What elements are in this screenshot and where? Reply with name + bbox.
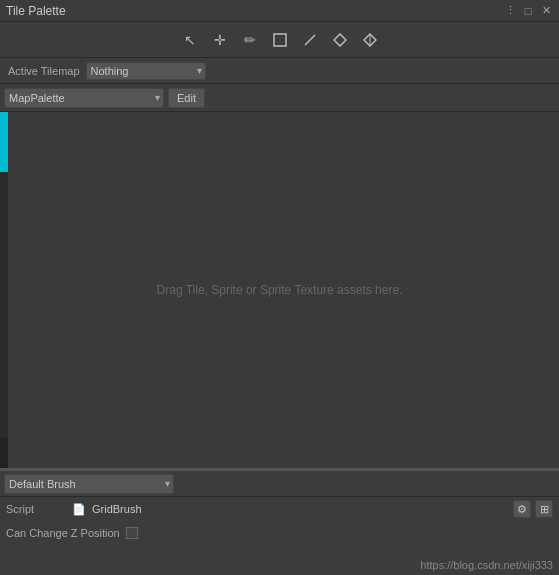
url-watermark: https://blog.csdn.net/xiji333: [420, 559, 553, 571]
script-row: Script 📄 GridBrush ⚙ ⊞: [0, 497, 559, 521]
script-label: Script: [6, 503, 66, 515]
title-bar-text: Tile Palette: [6, 4, 66, 18]
title-bar-menu-btn[interactable]: ⋮: [503, 4, 517, 18]
settings-icon[interactable]: ⊞: [535, 500, 553, 518]
title-bar: Tile Palette ⋮ □ ✕: [0, 0, 559, 22]
tool-rect[interactable]: [266, 26, 294, 54]
map-palette-row: MapPalette Edit: [0, 84, 559, 112]
active-tilemap-select-wrapper: Nothing: [86, 62, 206, 80]
tool-paint[interactable]: ✏: [236, 26, 264, 54]
svg-marker-2: [334, 34, 346, 46]
can-change-z-row: Can Change Z Position: [0, 521, 559, 545]
svg-line-1: [305, 35, 315, 45]
map-palette-select-wrap: MapPalette: [4, 88, 164, 108]
strip-dark: [0, 172, 8, 438]
can-change-z-checkbox[interactable]: [126, 527, 138, 539]
canvas-area[interactable]: Drag Tile, Sprite or Sprite Texture asse…: [0, 112, 559, 470]
brush-select[interactable]: Default Brush: [4, 474, 174, 494]
active-tilemap-row: Active Tilemap Nothing: [0, 58, 559, 84]
canvas-placeholder: Drag Tile, Sprite or Sprite Texture asse…: [157, 283, 403, 297]
watermark-url: https://blog.csdn.net/xiji333: [420, 559, 553, 571]
gear-icon[interactable]: ⚙: [513, 500, 531, 518]
title-bar-maximize-btn[interactable]: □: [521, 4, 535, 18]
brush-section: Default Brush Script 📄 GridBrush ⚙ ⊞ Can…: [0, 470, 559, 545]
title-bar-close-btn[interactable]: ✕: [539, 4, 553, 18]
strip-cyan: [0, 112, 8, 172]
brush-select-wrap: Default Brush: [4, 474, 174, 494]
map-palette-select[interactable]: MapPalette: [4, 88, 164, 108]
brush-row: Default Brush: [0, 471, 559, 497]
can-change-z-label: Can Change Z Position: [6, 527, 120, 539]
tool-pick[interactable]: [296, 26, 324, 54]
title-bar-controls: ⋮ □ ✕: [503, 4, 553, 18]
tool-move[interactable]: ✛: [206, 26, 234, 54]
active-tilemap-select[interactable]: Nothing: [86, 62, 206, 80]
edit-button[interactable]: Edit: [168, 88, 205, 108]
active-tilemap-label: Active Tilemap: [8, 65, 80, 77]
script-file-icon: 📄: [72, 503, 86, 516]
tool-erase[interactable]: [326, 26, 354, 54]
tool-select[interactable]: ↖: [176, 26, 204, 54]
toolbar: ↖ ✛ ✏: [0, 22, 559, 58]
left-color-strip: [0, 112, 8, 468]
svg-rect-0: [274, 34, 286, 46]
tool-fill[interactable]: [356, 26, 384, 54]
script-value: GridBrush: [92, 503, 142, 515]
strip-dark2: [0, 438, 8, 468]
